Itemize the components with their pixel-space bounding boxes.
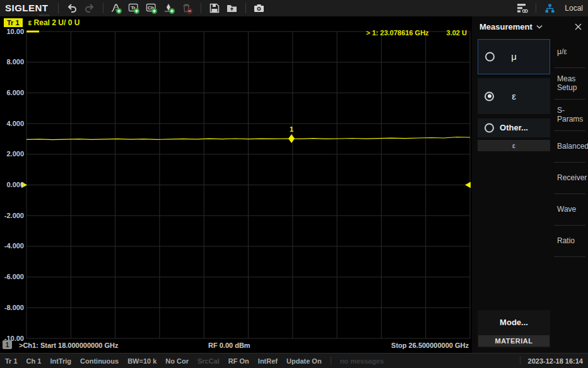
vna-application-window: SIGLENT alpha (0, 0, 588, 368)
side-menu: μ/ε Meas Setup S-Params Balanced Receive… (554, 37, 585, 257)
status-trigger[interactable]: IntTrig (50, 357, 71, 365)
y-axis-label: -2.000 (0, 212, 24, 219)
chevron-down-icon (536, 25, 543, 29)
option-mu-label: μ (478, 40, 550, 74)
panel-title-text: Measurement (479, 22, 532, 32)
add-channel-button[interactable]: Ch (145, 1, 159, 15)
y-axis-label: -6.000 (0, 273, 24, 280)
lan-status-button[interactable] (543, 1, 556, 15)
y-axis-label: -4.000 (0, 242, 24, 250)
mode-button-label: Mode... (478, 318, 550, 327)
window-layout-icon (516, 2, 529, 14)
trace-header: Tr 1 ε Real 2 U/ 0 U (4, 18, 79, 27)
save-icon (209, 3, 220, 14)
menu-item-receiver[interactable]: Receiver (554, 163, 585, 194)
option-other[interactable]: Other... (478, 118, 550, 137)
status-separator (331, 357, 331, 365)
status-bandwidth[interactable]: BW=10 k (127, 357, 156, 365)
mode-button[interactable]: Mode... MATERIAL (478, 310, 550, 348)
toolbar-separator (58, 3, 59, 13)
status-message: no messages (340, 357, 384, 365)
add-trace-button[interactable]: Tr (127, 1, 141, 15)
option-epsilon[interactable]: ε (478, 78, 550, 114)
y-axis-label: 8.000 (0, 58, 24, 66)
measurement-graph-region: 1 Tr 1 ε Real 2 U/ 0 U > 1: 23.078616 GH… (0, 16, 472, 353)
status-channel[interactable]: Ch 1 (26, 357, 42, 365)
plot-canvas[interactable]: 1 (0, 16, 472, 353)
toolbar-separator (536, 3, 536, 13)
start-frequency-label[interactable]: >Ch1: Start 18.000000000 GHz (19, 342, 118, 349)
menu-item-balanced[interactable]: Balanced (554, 131, 585, 163)
y-axis-label: 0.000 (0, 181, 24, 188)
undo-button[interactable] (65, 1, 79, 15)
menu-item-wave[interactable]: Wave (554, 194, 585, 226)
status-datetime: 2023-12-18 16:14 (528, 357, 583, 365)
y-axis-label: 2.000 (0, 150, 24, 158)
trace-badge[interactable]: Tr 1 (4, 18, 23, 27)
y-axis-label: -8.000 (0, 304, 24, 311)
screenshot-button[interactable] (252, 1, 266, 15)
toolbar-separator (201, 3, 201, 13)
marker-value-label: 3.02 U (447, 29, 467, 37)
close-icon (575, 23, 582, 30)
add-channel-icon: Ch (146, 3, 158, 14)
mode-value-display: MATERIAL (478, 335, 550, 347)
stop-frequency-label[interactable]: Stop 26.500000000 GHz (391, 342, 469, 349)
window-layout-button[interactable] (515, 1, 529, 15)
menu-item-meas-setup[interactable]: Meas Setup (554, 68, 585, 100)
delete-button[interactable] (180, 1, 194, 15)
marker-frequency-label: > 1: 23.078616 GHz (366, 29, 428, 37)
menu-item-mu-epsilon[interactable]: μ/ε (554, 37, 585, 68)
other-value-display[interactable]: ε (478, 140, 550, 151)
add-marker-button[interactable] (163, 1, 177, 15)
redo-icon (84, 3, 95, 14)
lan-icon (544, 3, 556, 14)
siglent-logo: SIGLENT alpha (5, 3, 49, 14)
y-axis-label: 4.000 (0, 120, 24, 127)
status-reference[interactable]: IntRef (258, 357, 278, 365)
open-icon (226, 3, 238, 14)
redo-button[interactable] (83, 1, 97, 15)
status-separator (520, 357, 520, 365)
y-axis-label: 10.00 (0, 28, 24, 35)
toolbar-separator (103, 3, 103, 13)
top-toolbar: SIGLENT alpha (0, 0, 588, 16)
y-axis-label: 6.000 (0, 89, 24, 96)
panel-title[interactable]: Measurement (479, 22, 543, 32)
save-button[interactable] (208, 1, 221, 15)
add-measurement-button[interactable] (110, 1, 124, 15)
option-mu[interactable]: μ (478, 39, 550, 74)
add-marker-icon (163, 3, 175, 14)
toolbar-right-group: Local (514, 1, 583, 15)
open-button[interactable] (225, 1, 239, 15)
option-epsilon-label: ε (478, 78, 550, 114)
undo-icon (66, 3, 78, 14)
logo-text: SIGLENT (5, 3, 49, 13)
panel-close-button[interactable] (573, 22, 582, 31)
status-right-group: 2023-12-18 16:14 (520, 357, 583, 365)
add-trace-icon: Tr (128, 3, 140, 14)
add-measurement-icon (110, 3, 122, 14)
status-rf[interactable]: RF On (228, 357, 249, 365)
menu-item-ratio[interactable]: Ratio (554, 226, 585, 257)
local-mode-label[interactable]: Local (565, 4, 583, 13)
trace-info-label[interactable]: ε Real 2 U/ 0 U (28, 18, 80, 27)
plot-footer: >Ch1: Start 18.000000000 GHz RF 0.00 dBm… (0, 342, 472, 352)
status-update[interactable]: Update On (286, 357, 322, 365)
status-bar: Tr 1 Ch 1 IntTrig Continuous BW=10 k No … (0, 353, 588, 368)
delete-icon (181, 3, 193, 14)
status-sweep[interactable]: Continuous (80, 357, 119, 365)
rf-power-label[interactable]: RF 0.00 dBm (208, 342, 250, 349)
screenshot-icon (253, 3, 265, 14)
marker-readout: > 1: 23.078616 GHz 3.02 U (366, 29, 467, 37)
status-trace[interactable]: Tr 1 (5, 357, 18, 365)
status-srccal[interactable]: SrcCal (197, 357, 220, 365)
option-other-label: Other... (478, 118, 550, 137)
svg-text:1: 1 (290, 125, 293, 133)
status-correction[interactable]: No Cor (165, 357, 189, 365)
measurement-panel: Measurement μ ε Other... ε Mode... MATER… (472, 16, 588, 353)
toolbar-separator (245, 3, 246, 13)
menu-item-s-params[interactable]: S-Params (554, 100, 585, 131)
